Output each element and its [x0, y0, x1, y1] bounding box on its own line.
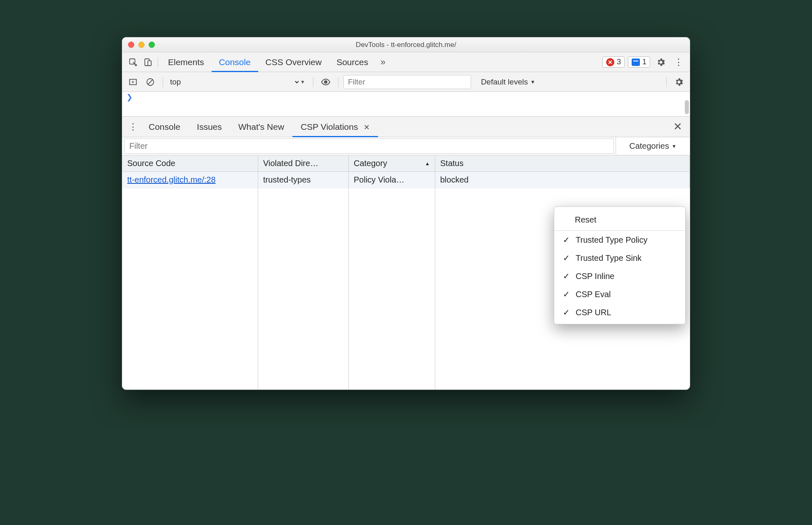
cell-directive: trusted-types: [258, 172, 349, 188]
sort-asc-icon: ▲: [425, 161, 430, 166]
svg-rect-2: [148, 61, 151, 66]
window-controls: [122, 42, 155, 48]
message-count: 1: [642, 58, 646, 66]
divider: [158, 57, 158, 67]
chevron-down-icon: ▼: [300, 79, 305, 85]
category-option[interactable]: ✓Trusted Type Policy: [554, 231, 685, 249]
col-status[interactable]: Status: [435, 155, 690, 171]
main-tabbar: Elements Console CSS Overview Sources » …: [122, 52, 690, 72]
category-option[interactable]: ✓Trusted Type Sink: [554, 249, 685, 267]
violations-toolbar: Categories ▼: [122, 137, 690, 155]
close-tab-icon[interactable]: ✕: [364, 123, 370, 131]
tab-elements[interactable]: Elements: [161, 52, 212, 72]
drawer-tab-csp-violations[interactable]: CSP Violations ✕: [292, 117, 378, 137]
sidebar-toggle-icon[interactable]: [126, 75, 140, 89]
categories-reset[interactable]: Reset: [554, 209, 685, 231]
message-count-badge[interactable]: 1: [628, 56, 650, 68]
divider: [163, 77, 163, 87]
drawer-tab-issues[interactable]: Issues: [189, 117, 230, 137]
check-icon: ✓: [562, 271, 570, 281]
chevron-down-icon: ▼: [530, 79, 535, 85]
divider: [313, 77, 313, 87]
cell-category: Policy Viola…: [349, 172, 435, 188]
console-settings-icon[interactable]: [672, 75, 686, 89]
minimize-window-icon[interactable]: [138, 42, 145, 48]
context-selector[interactable]: top ▼: [168, 75, 308, 89]
close-window-icon[interactable]: [128, 42, 134, 48]
category-option[interactable]: ✓CSP URL: [554, 303, 685, 321]
table-row[interactable]: tt-enforced.glitch.me/:28 trusted-types …: [122, 172, 690, 188]
error-count: 3: [617, 58, 621, 66]
drawer-kebab-icon[interactable]: ⋮: [126, 120, 140, 134]
error-count-badge[interactable]: ✕ 3: [602, 56, 625, 68]
category-option[interactable]: ✓CSP Inline: [554, 267, 685, 285]
error-icon: ✕: [606, 58, 614, 66]
category-option[interactable]: ✓CSP Eval: [554, 285, 685, 303]
drawer-tab-whatsnew[interactable]: What's New: [230, 117, 292, 137]
drawer-tabbar: ⋮ Console Issues What's New CSP Violatio…: [122, 117, 690, 137]
tab-css-overview[interactable]: CSS Overview: [258, 52, 329, 72]
check-icon: ✓: [562, 235, 570, 245]
svg-point-6: [324, 80, 327, 84]
chevron-down-icon: ▼: [672, 143, 677, 149]
source-link[interactable]: tt-enforced.glitch.me/:28: [127, 175, 216, 185]
check-icon: ✓: [562, 253, 570, 263]
check-icon: ✓: [562, 307, 570, 317]
inspect-icon[interactable]: [126, 55, 140, 70]
svg-line-5: [148, 80, 153, 84]
col-violated-directive[interactable]: Violated Dire…: [258, 155, 349, 171]
context-select[interactable]: top: [168, 75, 300, 89]
live-expression-icon[interactable]: [318, 75, 333, 89]
titlebar: DevTools - tt-enforced.glitch.me/: [122, 38, 690, 52]
log-levels-selector[interactable]: Default levels ▼: [481, 77, 535, 87]
drawer-tab-console[interactable]: Console: [140, 117, 189, 137]
check-icon: ✓: [562, 289, 570, 299]
settings-icon[interactable]: [653, 55, 668, 70]
kebab-menu-icon[interactable]: ⋮: [672, 55, 686, 70]
message-icon: [632, 59, 640, 66]
close-drawer-icon[interactable]: ✕: [669, 120, 686, 133]
col-category[interactable]: Category▲: [349, 155, 435, 171]
col-source-code[interactable]: Source Code: [122, 155, 258, 171]
clear-console-icon[interactable]: [143, 75, 158, 89]
console-output[interactable]: ❯: [122, 92, 690, 117]
tab-console[interactable]: Console: [212, 52, 258, 72]
console-toolbar: top ▼ Default levels ▼: [122, 72, 690, 92]
categories-selector[interactable]: Categories ▼: [616, 137, 690, 155]
window-title: DevTools - tt-enforced.glitch.me/: [122, 41, 690, 49]
violations-filter-input[interactable]: [124, 138, 614, 154]
console-filter-input[interactable]: [343, 75, 471, 89]
categories-menu: Reset ✓Trusted Type Policy ✓Trusted Type…: [554, 206, 686, 324]
prompt-caret-icon: ❯: [126, 93, 133, 102]
device-toggle-icon[interactable]: [140, 55, 155, 70]
tab-sources[interactable]: Sources: [329, 52, 376, 72]
table-header: Source Code Violated Dire… Category▲ Sta…: [122, 155, 690, 172]
more-tabs-icon[interactable]: »: [376, 55, 390, 70]
cell-status: blocked: [435, 172, 690, 188]
divider: [666, 77, 667, 87]
devtools-window: DevTools - tt-enforced.glitch.me/ Elemen…: [122, 37, 690, 390]
zoom-window-icon[interactable]: [149, 42, 155, 48]
scrollbar-thumb[interactable]: [685, 100, 689, 114]
divider: [338, 77, 338, 87]
